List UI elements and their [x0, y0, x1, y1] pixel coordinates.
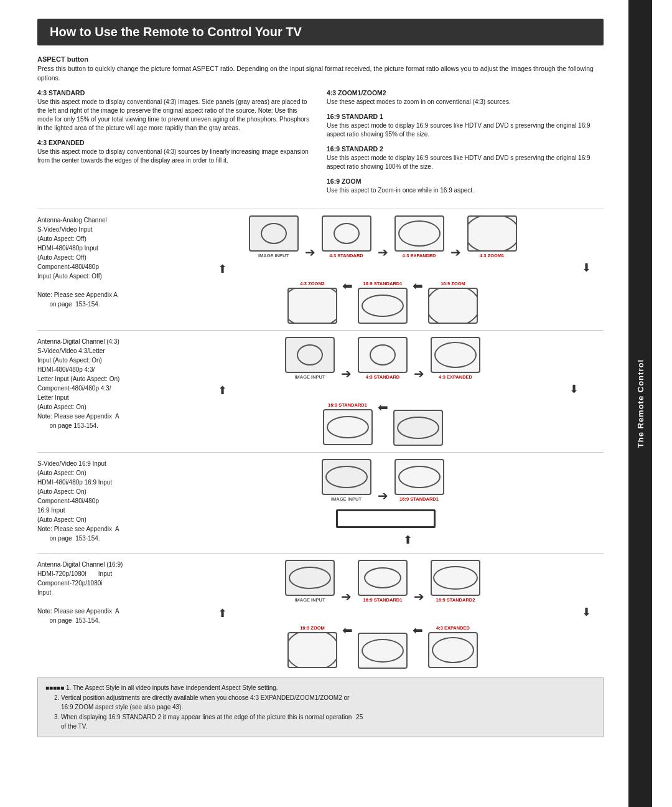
169-standard2-section: 16:9 STANDARD 2 Use this aspect mode to … — [327, 145, 604, 171]
tv-43-expanded-1 — [394, 215, 444, 252]
arrow-down-4: ⬇ — [582, 606, 591, 618]
169-zoom-section: 16:9 ZOOM Use this aspect to Zoom-in onc… — [327, 177, 604, 195]
43-expanded-title: 4:3 EXPANDED — [37, 139, 314, 146]
arrow-up-4: ⬆ — [218, 606, 227, 620]
tv-image-input-2 — [285, 337, 335, 373]
arrow-up-1: ⬆ — [218, 262, 227, 276]
arrow-up-3: ⬆ — [403, 533, 413, 547]
169-standard1-label-1: 16:9 STANDARD1 — [363, 281, 403, 286]
tv-169-standard1-2 — [323, 409, 373, 445]
note-2b: 16:9 ZOOM aspect style (see also page 43… — [45, 704, 183, 710]
right-col: 4:3 ZOOM1/ZOOM2 Use these aspect modes t… — [327, 89, 604, 201]
43-expanded-section: 4:3 EXPANDED Use this aspect mode to dis… — [37, 139, 314, 165]
diagram-bottom-row-4: 16:9 ZOOM ⬅ ⬅ 4:3 EXPANDED — [287, 624, 478, 669]
43-zoom-title: 4:3 ZOOM1/ZOOM2 — [327, 89, 604, 97]
note-1: 1. The Aspect Style in all video inputs … — [66, 684, 278, 691]
43-expanded-label-1: 4:3 EXPANDED — [402, 253, 436, 258]
box-below-3 — [336, 509, 436, 528]
aspect-section: ASPECT button Press this button to quick… — [37, 55, 604, 83]
43-expanded-label-4: 4:3 EXPANDED — [436, 625, 470, 631]
arrow-left-1: ⬅ — [342, 280, 353, 292]
left-col: 4:3 STANDARD Use this aspect mode to dis… — [37, 89, 314, 201]
page-num-inline: 25 — [356, 714, 363, 720]
diagram-row-1-text: Antenna-Analog Channel S-Video/Video Inp… — [37, 215, 156, 309]
169-standard1-title: 16:9 STANDARD 1 — [327, 113, 604, 120]
169-zoom-label-1: 16:9 ZOOM — [441, 281, 465, 286]
mid-arrows-2: ⬆ ⬇ — [162, 384, 604, 397]
arrow-left-4: ⬅ — [342, 624, 353, 636]
169-zoom-text: Use this aspect to Zoom-in once while in… — [327, 186, 604, 195]
43-standard-text: Use this aspect mode to display conventi… — [37, 98, 314, 133]
43-expanded-label-2: 4:3 EXPANDED — [439, 374, 472, 380]
diagram-row-4: Antenna-Digital Channel (16:9) HDMI-720p… — [37, 553, 604, 675]
image-input-label-1: IMAGE INPUT — [258, 253, 289, 258]
arrow-right-7: ➔ — [341, 590, 352, 603]
arrow-right-2: ➔ — [378, 246, 388, 258]
diagram-area-1: IMAGE INPUT ➔ 4:3 STANDARD ➔ — [162, 215, 604, 324]
43-zoom2-label-1: 4:3 ZOOM2 — [300, 281, 325, 286]
tv-image-input-1 — [249, 215, 299, 252]
page-title: How to Use the Remote to Control Your TV — [37, 19, 604, 45]
image-input-label-2: IMAGE INPUT — [294, 374, 325, 380]
169-standard2-text: Use this aspect mode to display 16:9 sou… — [327, 154, 604, 171]
diagram-row-4-text: Antenna-Digital Channel (16:9) HDMI-720p… — [37, 560, 156, 625]
169-zoom-title: 16:9 ZOOM — [327, 177, 604, 185]
diagram-row-3-text: S-Video/Video 16:9 Input (Auto Aspect: O… — [37, 459, 156, 543]
tv-image-input-4 — [285, 560, 335, 596]
43-zoom-text: Use these aspect modes to zoom in on con… — [327, 98, 604, 106]
arrow-left-2: ⬅ — [413, 280, 423, 292]
sidebar: The Remote Control — [628, 0, 652, 807]
43-zoom-section: 4:3 ZOOM1/ZOOM2 Use these aspect modes t… — [327, 89, 604, 106]
arrow-right-6: ➔ — [378, 489, 388, 502]
tv-43-expanded-4 — [428, 632, 478, 668]
mid-arrows-1: ⬆ ⬇ — [162, 262, 604, 276]
diagram-top-row-2: IMAGE INPUT ➔ 4:3 STANDARD ➔ — [285, 337, 480, 380]
arrow-left-5: ⬅ — [413, 624, 423, 636]
169-std1-label-4: 16:9 STANDARD1 — [363, 597, 403, 603]
two-col-sections: 4:3 STANDARD Use this aspect mode to dis… — [37, 89, 604, 201]
diagram-area-4: IMAGE INPUT ➔ 16:9 STANDARD1 ➔ — [162, 560, 604, 669]
tv-43-standard-1 — [322, 215, 371, 252]
tv-dummy-2 — [393, 410, 443, 446]
notes-box: ■■■■■ 1. The Aspect Style in all video i… — [37, 677, 604, 737]
43-standard-title: 4:3 STANDARD — [37, 89, 314, 97]
tv-169-standard1-3 — [394, 459, 444, 495]
arrow-right-8: ➔ — [414, 590, 424, 603]
diagram-top-row-1: IMAGE INPUT ➔ 4:3 STANDARD ➔ — [249, 215, 517, 258]
43-zoom1-label-1: 4:3 ZOOM1 — [480, 253, 505, 258]
arrow-down-2: ⬇ — [569, 384, 579, 395]
tv-43-zoom1-1 — [467, 215, 517, 252]
tv-169-zoom-1 — [428, 288, 478, 324]
notes-icon: ■■■■■ — [45, 684, 64, 691]
arrow-down-1: ⬇ — [582, 262, 591, 273]
arrow-right-4: ➔ — [341, 367, 352, 380]
diagram-row-2: Antenna-Digital Channel (4:3) S-Video/Vi… — [37, 330, 604, 452]
43-standard-label-1: 4:3 STANDARD — [329, 253, 363, 258]
tv-dummy-4 — [358, 633, 408, 669]
page-wrapper: How to Use the Remote to Control Your TV… — [0, 0, 672, 807]
arrow-up-2: ⬆ — [218, 384, 227, 397]
diagram-area-3: IMAGE INPUT ➔ 16:9 STANDARD1 ⬆ — [162, 459, 604, 547]
169-std2-label-4: 16:9 STANDARD2 — [436, 597, 475, 603]
sidebar-label: The Remote Control — [636, 359, 645, 448]
diagram-top-row-4: IMAGE INPUT ➔ 16:9 STANDARD1 ➔ — [285, 560, 480, 603]
note-2: 2. Vertical position adjustments are dir… — [45, 694, 349, 701]
note-3: 3. When displaying 16:9 STANDARD 2 it ma… — [45, 714, 352, 720]
aspect-text: Press this button to quickly change the … — [37, 64, 604, 83]
diagram-row-1: Antenna-Analog Channel S-Video/Video Inp… — [37, 209, 604, 330]
169-standard1-label-3: 16:9 STANDARD1 — [399, 496, 439, 502]
mid-arrows-4: ⬆ ⬇ — [162, 606, 604, 620]
arrow-right-1: ➔ — [305, 246, 315, 258]
diagram-row-2-text: Antenna-Digital Channel (4:3) S-Video/Vi… — [37, 337, 156, 430]
tv-image-input-3 — [322, 459, 371, 495]
tv-43-zoom2-1 — [287, 288, 337, 324]
tv-169-std2-4 — [431, 560, 480, 596]
note-3b: of the TV. — [45, 723, 87, 730]
tv-169-standard1-1 — [358, 288, 408, 324]
diagram-top-row-3: IMAGE INPUT ➔ 16:9 STANDARD1 — [322, 459, 444, 502]
43-expanded-text: Use this aspect mode to display conventi… — [37, 148, 314, 165]
tv-169-zoom-4 — [287, 632, 337, 668]
169-standard1-section: 16:9 STANDARD 1 Use this aspect mode to … — [327, 113, 604, 139]
main-content: How to Use the Remote to Control Your TV… — [0, 0, 628, 807]
169-standard1-text: Use this aspect mode to display 16:9 sou… — [327, 121, 604, 139]
